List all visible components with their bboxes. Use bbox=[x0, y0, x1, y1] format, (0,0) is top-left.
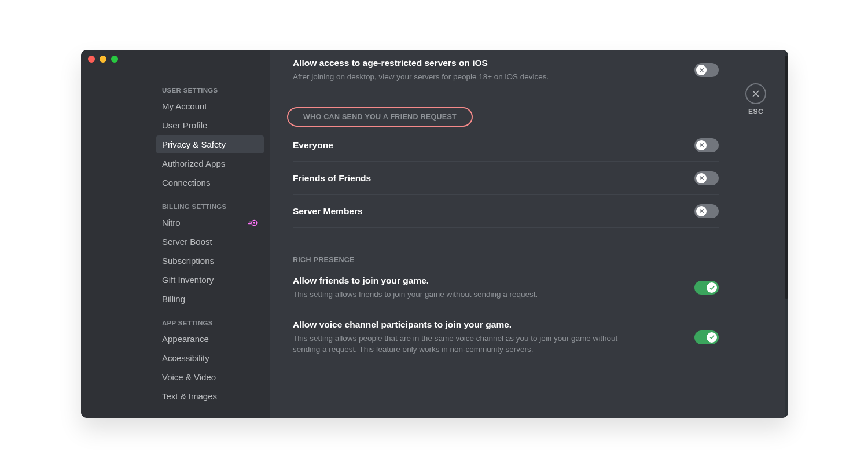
sidebar-item-server-boost[interactable]: Server Boost bbox=[156, 233, 264, 251]
rich-presence-row: Allow friends to join your game.This set… bbox=[293, 266, 719, 310]
sidebar-item-my-account[interactable]: My Account bbox=[156, 97, 264, 115]
sidebar-item-authorized-apps[interactable]: Authorized Apps bbox=[156, 155, 264, 172]
sidebar-category: BILLING SETTINGS bbox=[162, 203, 264, 210]
sidebar-item-label: Subscriptions bbox=[162, 256, 214, 266]
scrollbar-thumb[interactable] bbox=[785, 56, 788, 299]
friend-request-row: Friends of Friends bbox=[293, 162, 719, 195]
sidebar-item-nitro[interactable]: Nitro bbox=[156, 214, 264, 232]
sidebar-item-accessibility[interactable]: Accessibility bbox=[156, 349, 264, 367]
close-window-icon[interactable] bbox=[88, 56, 95, 63]
toggle-friend-server-members[interactable] bbox=[694, 204, 719, 218]
sidebar-item-privacy-safety[interactable]: Privacy & Safety bbox=[156, 135, 264, 153]
close-settings-button[interactable]: ESC bbox=[745, 83, 766, 116]
setting-description: This setting allows people that are in t… bbox=[293, 333, 640, 355]
sidebar-item-label: Authorized Apps bbox=[162, 159, 225, 168]
toggle-friend-everyone[interactable] bbox=[694, 138, 719, 152]
sidebar-item-label: Server Boost bbox=[162, 237, 212, 247]
sidebar-item-appearance[interactable]: Appearance bbox=[156, 330, 264, 348]
setting-title: Allow voice channel participants to join… bbox=[293, 319, 640, 330]
svg-point-1 bbox=[253, 222, 255, 223]
setting-title: Allow friends to join your game. bbox=[293, 275, 538, 286]
toggle-knob bbox=[707, 282, 717, 293]
sidebar-item-gift-inventory[interactable]: Gift Inventory bbox=[156, 271, 264, 289]
sidebar-item-label: Privacy & Safety bbox=[162, 139, 226, 149]
sidebar-item-subscriptions[interactable]: Subscriptions bbox=[156, 252, 264, 270]
rich-presence-row: Allow voice channel participants to join… bbox=[293, 310, 719, 365]
toggle-knob bbox=[696, 140, 707, 150]
settings-content: ESC Allow access to age-restricted serve… bbox=[270, 50, 788, 418]
sidebar-item-label: Appearance bbox=[162, 334, 209, 344]
toggle-knob bbox=[696, 173, 707, 183]
minimize-window-icon[interactable] bbox=[100, 56, 106, 63]
setting-title: Server Members bbox=[293, 206, 363, 216]
scrollbar-track[interactable] bbox=[785, 50, 788, 418]
esc-label: ESC bbox=[748, 108, 763, 116]
setting-title: Allow access to age-restricted servers o… bbox=[293, 58, 549, 68]
sidebar-item-voice-video[interactable]: Voice & Video bbox=[156, 368, 264, 386]
sidebar-item-label: User Profile bbox=[162, 120, 207, 130]
friend-request-row: Everyone bbox=[293, 129, 719, 162]
sidebar-category: USER SETTINGS bbox=[162, 87, 264, 94]
close-icon bbox=[745, 83, 766, 104]
toggle-knob bbox=[696, 65, 707, 75]
sidebar-item-label: My Account bbox=[162, 101, 207, 111]
section-header-friend-request: WHO CAN SEND YOU A FRIEND REQUEST bbox=[303, 113, 457, 121]
setting-title: Everyone bbox=[293, 140, 333, 150]
setting-description: After joining on desktop, view your serv… bbox=[293, 72, 549, 83]
settings-sidebar: USER SETTINGSMy AccountUser ProfilePriva… bbox=[81, 50, 270, 418]
sidebar-item-label: Billing bbox=[162, 294, 185, 304]
toggle-age-restricted-ios[interactable] bbox=[694, 63, 719, 77]
sidebar-item-text-images[interactable]: Text & Images bbox=[156, 387, 264, 405]
sidebar-item-label: Gift Inventory bbox=[162, 275, 214, 285]
sidebar-item-label: Accessibility bbox=[162, 353, 209, 363]
sidebar-item-connections[interactable]: Connections bbox=[156, 174, 264, 192]
toggle-rich-1[interactable] bbox=[694, 330, 719, 344]
sidebar-item-label: Text & Images bbox=[162, 391, 217, 401]
annotation-highlight: WHO CAN SEND YOU A FRIEND REQUEST bbox=[287, 107, 473, 127]
sidebar-item-user-profile[interactable]: User Profile bbox=[156, 116, 264, 134]
nitro-badge-icon bbox=[248, 219, 258, 227]
toggle-knob bbox=[696, 206, 707, 216]
toggle-friend-friends-of-friends[interactable] bbox=[694, 171, 719, 185]
sidebar-item-label: Connections bbox=[162, 178, 210, 188]
friend-request-row: Server Members bbox=[293, 195, 719, 228]
fullscreen-window-icon[interactable] bbox=[111, 56, 118, 63]
sidebar-item-billing[interactable]: Billing bbox=[156, 290, 264, 308]
setting-description: This setting allows friends to join your… bbox=[293, 289, 538, 300]
section-header-rich-presence: RICH PRESENCE bbox=[293, 256, 719, 264]
settings-window: USER SETTINGSMy AccountUser ProfilePriva… bbox=[81, 50, 788, 418]
setting-title: Friends of Friends bbox=[293, 173, 371, 183]
sidebar-item-label: Nitro bbox=[162, 218, 181, 227]
window-controls bbox=[88, 56, 118, 63]
toggle-knob bbox=[707, 332, 717, 343]
toggle-rich-0[interactable] bbox=[694, 281, 719, 295]
sidebar-category: APP SETTINGS bbox=[162, 319, 264, 326]
sidebar-item-label: Voice & Video bbox=[162, 372, 216, 382]
